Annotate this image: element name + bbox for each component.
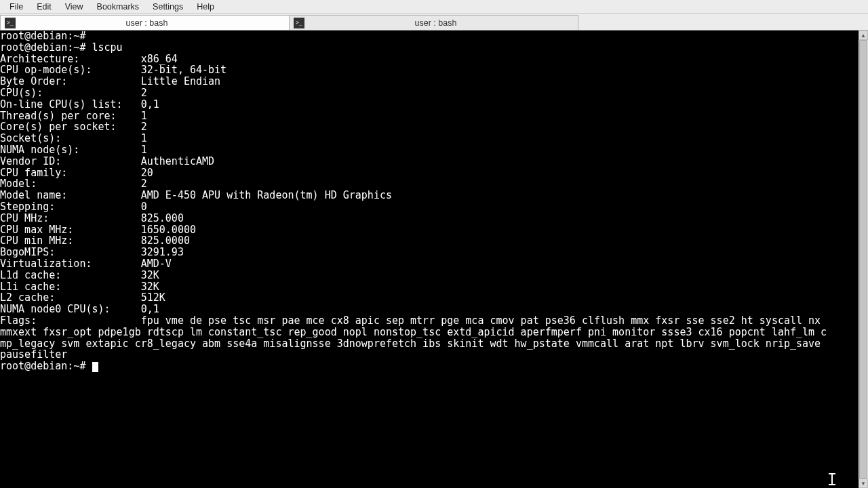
terminal-line: L1i cache: 32K	[0, 281, 859, 293]
menu-edit[interactable]: Edit	[30, 1, 58, 13]
terminal-line: Stepping: 0	[0, 201, 859, 213]
tab-1-title: user : bash	[20, 18, 289, 28]
menu-file[interactable]: File	[3, 1, 30, 13]
terminal-line: Thread(s) per core: 1	[0, 110, 859, 122]
terminal-line: pausefilter	[0, 349, 859, 361]
terminal-line: NUMA node(s): 1	[0, 144, 859, 156]
menubar: File Edit View Bookmarks Settings Help	[0, 0, 868, 14]
terminal-line: CPU op-mode(s): 32-bit, 64-bit	[0, 64, 859, 76]
terminal-icon	[294, 18, 304, 28]
menu-help[interactable]: Help	[190, 1, 221, 13]
terminal-line: L2 cache: 512K	[0, 292, 859, 304]
terminal-line: CPU MHz: 825.000	[0, 213, 859, 224]
terminal-line: mmxext fxsr_opt pdpe1gb rdtscp lm consta…	[0, 327, 859, 338]
scroll-track[interactable]	[859, 40, 868, 479]
terminal-line: On-line CPU(s) list: 0,1	[0, 99, 859, 110]
terminal-line: Architecture: x86_64	[0, 54, 859, 65]
terminal-line: Flags: fpu vme de pse tsc msr pae mce cx…	[0, 315, 859, 327]
terminal-line: Byte Order: Little Endian	[0, 76, 859, 87]
terminal-line: root@debian:~#	[0, 30, 859, 42]
terminal-line: CPU max MHz: 1650.0000	[0, 224, 859, 236]
terminal-line: root@debian:~# lscpu	[0, 42, 859, 54]
terminal-line: CPU(s): 2	[0, 87, 859, 99]
tabbar: user : bash user : bash	[0, 14, 868, 30]
terminal-line: L1d cache: 32K	[0, 270, 859, 281]
scroll-thumb[interactable]	[859, 40, 867, 479]
terminal-line: mp_legacy svm extapic cr8_legacy abm sse…	[0, 338, 859, 350]
terminal-prompt-line: root@debian:~#	[0, 361, 859, 372]
terminal-wrap: root@debian:~#root@debian:~# lscpuArchit…	[0, 30, 868, 488]
scroll-up-button[interactable]: ▲	[859, 30, 868, 40]
terminal-icon	[5, 18, 16, 28]
terminal-line: Socket(s): 1	[0, 133, 859, 144]
terminal-line: Core(s) per socket: 2	[0, 121, 859, 133]
tab-2[interactable]: user : bash	[289, 15, 578, 30]
terminal-line: NUMA node0 CPU(s): 0,1	[0, 304, 859, 315]
terminal-line: Model: 2	[0, 178, 859, 190]
terminal-line: BogoMIPS: 3291.93	[0, 247, 859, 258]
tab-1[interactable]: user : bash	[0, 15, 290, 30]
terminal[interactable]: root@debian:~#root@debian:~# lscpuArchit…	[0, 30, 859, 488]
terminal-cursor	[92, 362, 98, 372]
scroll-down-button[interactable]: ▼	[859, 479, 868, 488]
terminal-line: CPU min MHz: 825.0000	[0, 235, 859, 247]
terminal-line: Virtualization: AMD-V	[0, 258, 859, 270]
menu-view[interactable]: View	[58, 1, 90, 13]
scrollbar[interactable]: ▲ ▼	[859, 30, 868, 488]
tab-2-title: user : bash	[309, 18, 578, 28]
terminal-line: Model name: AMD E-450 APU with Radeon(tm…	[0, 190, 859, 201]
menu-settings[interactable]: Settings	[146, 1, 190, 13]
terminal-line: Vendor ID: AuthenticAMD	[0, 156, 859, 167]
terminal-prompt: root@debian:~#	[0, 360, 92, 372]
terminal-line: CPU family: 20	[0, 167, 859, 179]
menu-bookmarks[interactable]: Bookmarks	[90, 1, 146, 13]
